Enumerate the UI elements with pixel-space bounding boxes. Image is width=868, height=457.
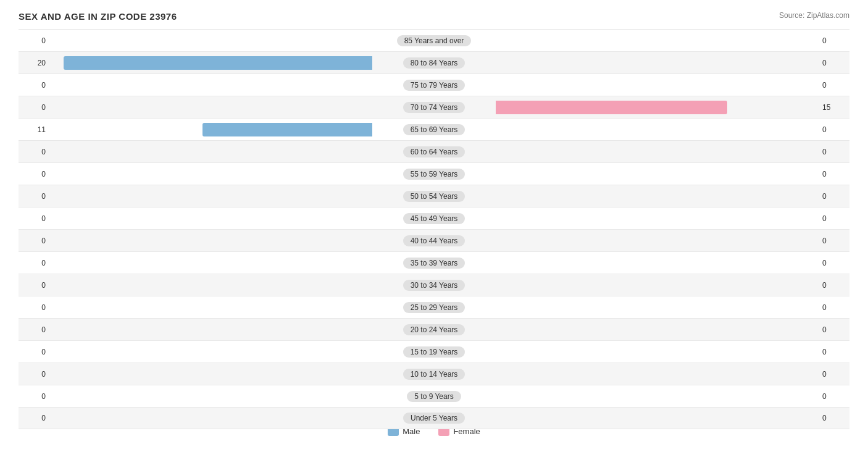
male-value: 0 [19, 414, 49, 422]
age-label: Under 5 Years [372, 413, 496, 424]
age-label: 20 to 24 Years [372, 324, 496, 335]
male-value: 0 [19, 370, 49, 379]
chart-row: 0 75 to 79 Years 0 [19, 73, 849, 96]
female-bar-section [496, 385, 819, 407]
male-value: 0 [19, 192, 49, 201]
female-value: 0 [819, 414, 849, 422]
age-label: 75 to 79 Years [372, 80, 496, 91]
age-label: 40 to 44 Years [372, 235, 496, 246]
female-value: 0 [819, 392, 849, 401]
chart-row: 0 25 to 29 Years 0 [19, 296, 849, 318]
chart-title: SEX AND AGE IN ZIP CODE 23976 [19, 11, 849, 22]
male-bar-section [49, 385, 372, 407]
chart-row: 0 45 to 49 Years 0 [19, 207, 849, 229]
age-pill: 40 to 44 Years [403, 235, 465, 246]
male-value: 0 [19, 259, 49, 267]
source-label: Source: ZipAtlas.com [779, 11, 849, 20]
male-value: 0 [19, 281, 49, 290]
age-label: 60 to 64 Years [372, 146, 496, 157]
male-bar-section [49, 319, 372, 340]
male-value: 0 [19, 348, 49, 356]
chart-row: 0 60 to 64 Years 0 [19, 140, 849, 162]
male-bar-section [49, 230, 372, 251]
age-label: 70 to 74 Years [372, 102, 496, 113]
male-bar-section [49, 296, 372, 318]
female-value: 0 [819, 36, 849, 45]
age-pill: 5 to 9 Years [407, 391, 461, 402]
female-bar [496, 101, 727, 114]
male-value: 0 [19, 170, 49, 178]
female-value: 0 [819, 237, 849, 245]
age-label: 10 to 14 Years [372, 369, 496, 380]
male-bar-section [49, 30, 372, 51]
female-value: 0 [819, 81, 849, 90]
female-bar-section [496, 96, 819, 118]
age-pill: Under 5 Years [403, 413, 465, 424]
age-label: 25 to 29 Years [372, 302, 496, 313]
age-pill: 25 to 29 Years [403, 302, 465, 313]
age-pill: 35 to 39 Years [403, 258, 465, 269]
male-bar-section [49, 163, 372, 185]
chart-row: 0 35 to 39 Years 0 [19, 251, 849, 274]
age-label: 5 to 9 Years [372, 391, 496, 402]
female-value: 0 [819, 281, 849, 290]
female-bar-section [496, 408, 819, 429]
age-pill: 10 to 14 Years [403, 369, 465, 380]
chart-row: 20 80 to 84 Years 0 [19, 51, 849, 73]
male-value: 0 [19, 237, 49, 245]
female-bar-section [496, 119, 819, 140]
age-label: 30 to 34 Years [372, 280, 496, 291]
female-value: 0 [819, 370, 849, 379]
age-label: 65 to 69 Years [372, 124, 496, 135]
male-bar-section [49, 341, 372, 363]
female-value: 0 [819, 325, 849, 334]
female-value: 0 [819, 303, 849, 312]
female-bar-section [496, 52, 819, 73]
age-pill: 20 to 24 Years [403, 324, 465, 335]
male-value: 0 [19, 392, 49, 401]
female-bar-section [496, 30, 819, 51]
male-bar-section [49, 274, 372, 296]
chart-row: 0 5 to 9 Years 0 [19, 385, 849, 407]
female-value: 0 [819, 214, 849, 223]
female-bar-section [496, 319, 819, 340]
age-pill: 60 to 64 Years [403, 146, 465, 157]
female-bar-section [496, 163, 819, 185]
male-bar-section [49, 119, 372, 140]
age-pill: 70 to 74 Years [403, 102, 465, 113]
female-value: 0 [819, 125, 849, 134]
male-value: 20 [19, 59, 49, 67]
chart-row: 11 65 to 69 Years 0 [19, 118, 849, 140]
male-bar-section [49, 185, 372, 207]
age-label: 45 to 49 Years [372, 213, 496, 224]
age-pill: 15 to 19 Years [403, 346, 465, 358]
male-bar-section [49, 141, 372, 162]
female-value: 15 [819, 103, 849, 112]
age-label: 35 to 39 Years [372, 258, 496, 269]
age-pill: 85 Years and over [397, 35, 472, 46]
age-label: 80 to 84 Years [372, 57, 496, 69]
female-value: 0 [819, 348, 849, 356]
female-bar-section [496, 230, 819, 251]
male-bar [202, 123, 372, 136]
male-bar-section [49, 74, 372, 96]
age-pill: 65 to 69 Years [403, 124, 465, 135]
chart-row: 0 10 to 14 Years 0 [19, 363, 849, 385]
female-value: 0 [819, 170, 849, 178]
chart-row: 0 30 to 34 Years 0 [19, 274, 849, 296]
male-bar-section [49, 252, 372, 274]
female-bar-section [496, 296, 819, 318]
female-value: 0 [819, 259, 849, 267]
chart-row: 0 85 Years and over 0 [19, 29, 849, 51]
age-pill: 80 to 84 Years [403, 57, 465, 69]
age-label: 15 to 19 Years [372, 346, 496, 358]
female-bar-section [496, 185, 819, 207]
age-label: 50 to 54 Years [372, 191, 496, 202]
female-bar-section [496, 341, 819, 363]
female-bar-section [496, 74, 819, 96]
chart-row: 0 20 to 24 Years 0 [19, 318, 849, 340]
male-bar-section [49, 208, 372, 229]
age-label: 55 to 59 Years [372, 169, 496, 180]
male-value: 0 [19, 214, 49, 223]
male-value: 0 [19, 103, 49, 112]
